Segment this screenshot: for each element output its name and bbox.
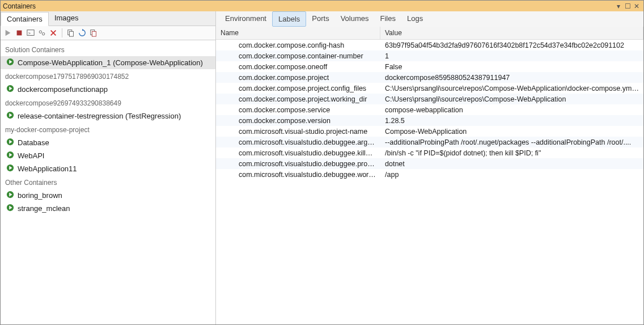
tab-images[interactable]: Images [49, 11, 84, 26]
label-row[interactable]: com.docker.compose.servicecompose-webapp… [216, 104, 643, 115]
label-row[interactable]: com.docker.compose.oneoffFalse [216, 61, 643, 72]
label-value: dotnet [380, 159, 643, 168]
group-header: Other Containers [1, 175, 215, 189]
delete-icon[interactable] [48, 28, 58, 38]
label-value: 63b97f95a04f54b3d2fa9d97607616f3402b8f17… [380, 41, 643, 50]
label-name: com.docker.compose.config-hash [216, 41, 380, 50]
play-icon [6, 151, 14, 161]
container-label: Compose-WebApplication_1 (Compose-WebApp… [18, 58, 203, 67]
label-name: com.docker.compose.project.config_files [216, 84, 380, 93]
title-bar[interactable]: Containers ▾ ☐ ✕ [1, 1, 643, 11]
label-value: --additionalProbingPath /root/.nuget/pac… [380, 138, 643, 147]
right-pane: EnvironmentLabelsPortsVolumesFilesLogs N… [216, 11, 643, 324]
dropdown-icon[interactable]: ▾ [614, 2, 623, 10]
play-icon [6, 58, 14, 67]
label-row[interactable]: com.docker.compose.config-hash63b97f95a0… [216, 40, 643, 50]
group-header: Solution Containers [1, 43, 215, 56]
group-header: my-docker-compose-project [1, 123, 215, 136]
container-item[interactable]: WebApplication11 [1, 162, 215, 175]
close-icon[interactable]: ✕ [632, 2, 641, 10]
label-row[interactable]: com.microsoft.visualstudio.debuggee.kill… [216, 147, 643, 158]
label-row[interactable]: com.docker.compose.version1.28.5 [216, 115, 643, 126]
svg-rect-9 [69, 31, 73, 36]
svg-point-5 [42, 33, 44, 35]
label-row[interactable]: com.docker.compose.project.working_dirC:… [216, 94, 643, 104]
container-item[interactable]: Database [1, 136, 215, 149]
play-icon [6, 164, 14, 174]
settings-icon[interactable] [37, 28, 47, 38]
group-header: dockercompose17975178969030174852 [1, 69, 215, 83]
play-icon [6, 138, 14, 147]
svg-marker-10 [82, 29, 84, 31]
toolbar: >_ [1, 26, 215, 40]
tab-environment[interactable]: Environment [219, 11, 272, 27]
label-name: com.microsoft.visualstudio.debuggee.prog… [216, 159, 380, 168]
label-row[interactable]: com.docker.compose.container-number1 [216, 50, 643, 61]
container-item[interactable]: Compose-WebApplication_1 (Compose-WebApp… [1, 56, 215, 69]
stop-icon[interactable] [14, 28, 24, 38]
tab-files[interactable]: Files [375, 11, 401, 27]
label-value: dockercompose8595880524387911947 [380, 73, 643, 82]
container-item[interactable]: boring_brown [1, 189, 215, 202]
label-value: 1.28.5 [380, 116, 643, 125]
label-value: C:\Users\prsangli\source\repos\Compose-W… [380, 84, 643, 93]
container-label: Database [18, 138, 49, 147]
label-row[interactable]: com.microsoft.visualstudio.debuggee.argu… [216, 137, 643, 147]
grid-body[interactable]: com.docker.compose.config-hash63b97f95a0… [216, 40, 643, 324]
copy-icon[interactable] [66, 28, 76, 38]
label-name: com.docker.compose.project [216, 73, 380, 82]
label-row[interactable]: com.microsoft.visual-studio.project-name… [216, 126, 643, 137]
container-tree[interactable]: Solution ContainersCompose-WebApplicatio… [1, 40, 215, 324]
container-item[interactable]: strange_mclean [1, 202, 215, 215]
svg-text:>_: >_ [28, 31, 33, 36]
container-label: WebAPI [18, 151, 44, 160]
column-value[interactable]: Value [380, 27, 643, 39]
label-name: com.microsoft.visualstudio.debuggee.work… [216, 170, 380, 179]
labels-grid: Name Value com.docker.compose.config-has… [216, 27, 643, 324]
label-row[interactable]: com.docker.compose.project.config_filesC… [216, 83, 643, 94]
svg-rect-12 [92, 31, 96, 36]
tab-volumes[interactable]: Volumes [335, 11, 375, 27]
container-label: WebApplication11 [18, 164, 77, 173]
label-row[interactable]: com.microsoft.visualstudio.debuggee.prog… [216, 158, 643, 169]
tab-logs[interactable]: Logs [401, 11, 429, 27]
label-name: com.microsoft.visualstudio.debuggee.argu… [216, 138, 380, 147]
tab-ports[interactable]: Ports [306, 11, 334, 27]
left-pane: Containers Images >_ [1, 11, 216, 324]
container-item[interactable]: release-container-testregression (TestRe… [1, 109, 215, 123]
label-row[interactable]: com.docker.compose.projectdockercompose8… [216, 72, 643, 83]
container-item[interactable]: dockercomposefunctionapp [1, 83, 215, 96]
label-value: compose-webapplication [380, 105, 643, 115]
play-icon [6, 85, 14, 94]
label-value: Compose-WebApplication [380, 127, 643, 136]
label-name: com.docker.compose.project.working_dir [216, 95, 380, 104]
play-icon [6, 111, 14, 121]
label-value: False [380, 62, 643, 71]
refresh-icon[interactable] [77, 28, 87, 38]
container-label: boring_brown [18, 191, 62, 200]
container-item[interactable]: WebAPI [1, 149, 215, 162]
grid-header[interactable]: Name Value [216, 27, 643, 40]
play-icon [6, 191, 14, 200]
prune-icon[interactable] [88, 28, 99, 38]
label-name: com.docker.compose.oneoff [216, 62, 380, 71]
maximize-icon[interactable]: ☐ [623, 2, 632, 10]
label-row[interactable]: com.microsoft.visualstudio.debuggee.work… [216, 169, 643, 180]
start-icon[interactable] [3, 28, 13, 38]
label-name: com.docker.compose.service [216, 105, 380, 115]
container-label: release-container-testregression (TestRe… [18, 112, 181, 120]
tab-containers[interactable]: Containers [1, 12, 49, 26]
terminal-icon[interactable]: >_ [26, 28, 36, 38]
label-name: com.microsoft.visual-studio.project-name [216, 127, 380, 136]
tab-labels[interactable]: Labels [272, 11, 306, 27]
label-value: /bin/sh -c "if PID=$(pidof dotnet); then… [380, 149, 643, 158]
svg-point-4 [39, 31, 41, 33]
column-name[interactable]: Name [216, 27, 380, 39]
label-value: C:\Users\prsangli\source\repos\Compose-W… [380, 95, 643, 104]
label-name: com.docker.compose.container-number [216, 52, 380, 61]
right-tabs: EnvironmentLabelsPortsVolumesFilesLogs [216, 11, 643, 27]
play-icon [6, 204, 14, 213]
label-name: com.microsoft.visualstudio.debuggee.kill… [216, 149, 380, 158]
container-label: strange_mclean [18, 204, 70, 213]
svg-marker-0 [6, 30, 11, 36]
